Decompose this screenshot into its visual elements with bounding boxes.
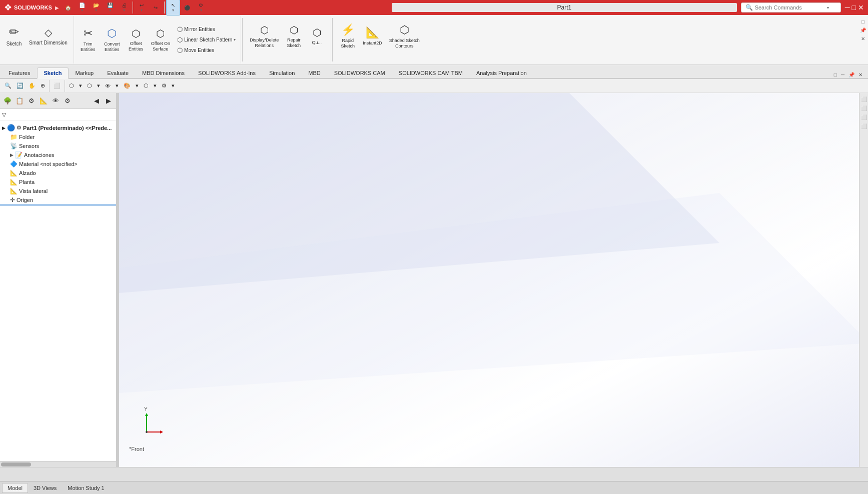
offset-entities-btn[interactable]: ⬡ OffsetEntities xyxy=(125,20,147,60)
repair-sketch-btn[interactable]: ⬡ RepairSketch xyxy=(283,16,305,56)
view-settings-btn[interactable]: ⚙ xyxy=(159,82,169,90)
right-side-btn-3[interactable]: ⬜ xyxy=(860,113,868,121)
left-panel-scrollbar[interactable] xyxy=(0,461,116,467)
convert-entities-btn[interactable]: ⬡ ConvertEntities xyxy=(101,20,123,60)
view-rotate-btn[interactable]: 🔄 xyxy=(14,82,26,90)
bottom-tab-motion-study[interactable]: Motion Study 1 xyxy=(62,483,110,493)
new-btn[interactable]: 📄▾ xyxy=(75,0,89,16)
tab-pin-btn[interactable]: 📌 xyxy=(847,72,856,78)
display-manager-tab[interactable]: 👁 xyxy=(50,96,61,106)
nav-right-btn[interactable]: ▶ xyxy=(103,96,114,106)
smart-dimension-btn[interactable]: ◇ Smart Dimension xyxy=(26,16,71,56)
search-input[interactable] xyxy=(755,4,825,10)
view-hide-show-btn[interactable]: 👁 xyxy=(103,82,113,90)
scroll-thumb[interactable] xyxy=(1,462,31,466)
move-entities-btn[interactable]: ⬡ Move Entities xyxy=(175,46,238,55)
quick-snaps-btn[interactable]: ⬡ Qu... xyxy=(306,16,328,56)
redo-btn[interactable]: ↪ xyxy=(149,0,163,16)
instant2d-btn[interactable]: 📐 Instant2D xyxy=(360,16,385,56)
view-orient-btn[interactable]: ⬡ xyxy=(67,82,77,90)
tree-folder-icon: 📁 xyxy=(10,134,18,140)
view-appearance-btn[interactable]: 🎨 xyxy=(121,82,133,90)
maximize-btn[interactable]: □ xyxy=(852,4,856,12)
left-panel: 🌳 📋 ⚙ 📐 👁 ⚙ ◀ ▶ ▽ ▶ 🔵 ⚙ Part1 (Predeterm… xyxy=(0,93,117,467)
tab-evaluate[interactable]: Evaluate xyxy=(101,68,135,78)
view-appearance-dropdown[interactable]: ▾ xyxy=(133,82,141,90)
view-scene-btn[interactable]: ⬡ xyxy=(141,82,151,90)
tab-expand-btn[interactable]: □ xyxy=(832,72,838,78)
tab-solidworks-cam-tbm[interactable]: SOLIDWORKS CAM TBM xyxy=(392,68,469,78)
tree-root-expand[interactable]: ▶ xyxy=(2,126,6,130)
view-section-btn[interactable]: ⬜ xyxy=(51,82,63,90)
view-orient-dropdown[interactable]: ▾ xyxy=(77,82,85,90)
cam-manager-tab[interactable]: ⚙ xyxy=(62,96,73,106)
view-display-dropdown[interactable]: ▾ xyxy=(95,82,103,90)
search-box[interactable]: 🔍 ▾ xyxy=(741,2,841,12)
bottom-tab-model[interactable]: Model xyxy=(2,483,28,493)
select-btn[interactable]: ↖▾ xyxy=(166,0,180,16)
tab-close-btn[interactable]: ✕ xyxy=(857,72,864,78)
sketch-btn[interactable]: ✏ Sketch xyxy=(3,16,25,56)
property-manager-tab[interactable]: 📋 xyxy=(14,96,25,106)
right-side-btn-2[interactable]: ⬜ xyxy=(860,104,868,112)
tree-item-alzado[interactable]: 📐 Alzado xyxy=(0,168,116,178)
tab-sketch[interactable]: Sketch xyxy=(37,68,68,79)
view-pan-btn[interactable]: ✋ xyxy=(26,82,38,90)
options-btn[interactable]: ⚙▾ xyxy=(194,0,208,16)
mirror-entities-btn[interactable]: ⬡ Mirror Entities xyxy=(175,24,238,34)
tab-features[interactable]: Features xyxy=(2,68,37,78)
view-settings-dropdown[interactable]: ▾ xyxy=(169,82,177,90)
ribbon-pin-btn[interactable]: 📌 xyxy=(859,26,867,34)
tab-mbd-dimensions[interactable]: MBD Dimensions xyxy=(136,68,191,78)
view-zoom-to-fit-btn[interactable]: 🔍 xyxy=(2,82,14,90)
undo-btn[interactable]: ↩▾ xyxy=(135,0,149,16)
view-hide-show-dropdown[interactable]: ▾ xyxy=(113,82,121,90)
linear-sketch-pattern-dropdown[interactable]: ▾ xyxy=(234,38,236,42)
home-btn[interactable]: 🏠 xyxy=(61,0,75,16)
tree-item-material[interactable]: 🔷 Material <not specified> xyxy=(0,160,116,168)
view-scene-dropdown[interactable]: ▾ xyxy=(151,82,159,90)
dimxpert-tab[interactable]: 📐 xyxy=(38,96,49,106)
tree-root[interactable]: ▶ 🔵 ⚙ Part1 (Predeterminado) <<Prede... xyxy=(0,123,116,132)
ribbon-collapse-btn[interactable]: ✕ xyxy=(860,35,866,42)
feature-manager-tab[interactable]: 🌳 xyxy=(2,96,13,106)
offset-on-surface-btn[interactable]: ⬡ Offset OnSurface xyxy=(148,20,173,60)
rebuild-icon[interactable]: ⚫ xyxy=(180,0,194,16)
right-side-btn-1[interactable]: ⬜ xyxy=(860,95,868,103)
search-dropdown-icon[interactable]: ▾ xyxy=(827,6,829,10)
save-btn[interactable]: 💾▾ xyxy=(103,0,117,16)
tree-item-anotaciones[interactable]: ▶ 📝 Anotaciones xyxy=(0,150,116,160)
close-btn[interactable]: ✕ xyxy=(858,4,864,12)
nav-left-btn[interactable]: ◀ xyxy=(91,96,102,106)
tree-item-planta[interactable]: 📐 Planta xyxy=(0,178,116,186)
viewport[interactable]: Y *Front ⬜ ⬜ ⬜ ⬜ xyxy=(119,93,868,467)
linear-sketch-pattern-btn[interactable]: ⬡ Linear Sketch Pattern ▾ xyxy=(175,35,238,44)
tab-markup[interactable]: Markup xyxy=(69,68,101,78)
view-zoom-btn[interactable]: ⊕ xyxy=(38,82,48,90)
tab-solidworks-addins[interactable]: SOLIDWORKS Add-Ins xyxy=(192,68,262,78)
tree-item-folder[interactable]: 📁 Folder xyxy=(0,132,116,142)
rapid-sketch-btn[interactable]: ⚡ RapidSketch xyxy=(337,16,359,56)
trim-entities-btn[interactable]: ✂ TrimEntities xyxy=(77,20,99,60)
display-delete-relations-btn[interactable]: ⬡ Display/DeleteRelations xyxy=(247,16,282,56)
tab-analysis-preparation[interactable]: Analysis Preparation xyxy=(470,68,533,78)
shaded-sketch-contours-btn[interactable]: ⬡ Shaded SketchContours xyxy=(386,16,423,56)
tab-mbd[interactable]: MBD xyxy=(302,68,327,78)
tree-item-vista-lateral[interactable]: 📐 Vista lateral xyxy=(0,186,116,196)
tab-contract-btn[interactable]: ─ xyxy=(839,72,846,78)
ribbon-expand-btn[interactable]: □ xyxy=(860,18,865,26)
bottom-tab-3d-views[interactable]: 3D Views xyxy=(28,483,62,493)
tab-simulation[interactable]: Simulation xyxy=(263,68,301,78)
config-manager-tab[interactable]: ⚙ xyxy=(26,96,37,106)
right-side-btn-4[interactable]: ⬜ xyxy=(860,122,868,130)
print-btn[interactable]: 🖨▾ xyxy=(117,0,131,16)
view-display-btn[interactable]: ⬡ xyxy=(85,82,95,90)
tab-solidworks-cam[interactable]: SOLIDWORKS CAM xyxy=(328,68,392,78)
svg-point-7 xyxy=(146,431,148,433)
minimize-btn[interactable]: ─ xyxy=(845,4,850,12)
logo: ❖ SOLIDWORKS ▶ xyxy=(4,2,59,13)
tree-item-origen[interactable]: ✛ Origen xyxy=(0,196,116,206)
tree-item-expand-icon[interactable]: ▶ xyxy=(10,152,14,158)
open-btn[interactable]: 📂▾ xyxy=(89,0,103,16)
tree-item-sensors[interactable]: 📡 Sensors xyxy=(0,142,116,150)
